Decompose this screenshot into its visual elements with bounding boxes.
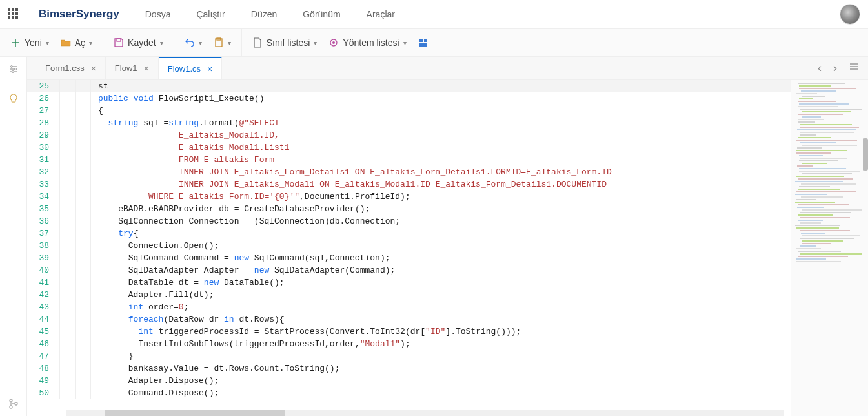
code-line[interactable]: 26public void FlowScript1_Execute() (27, 92, 791, 105)
svg-point-12 (10, 406, 12, 408)
code-line[interactable]: 48 bankasay.Value = dt.Rows.Count.ToStri… (27, 362, 791, 375)
code-content: SqlConnection Connection = (SqlConnectio… (98, 215, 791, 227)
line-number: 33 (27, 178, 59, 191)
code-line[interactable]: 39 SqlCommand Command = new SqlCommand(s… (27, 252, 791, 264)
user-avatar[interactable] (840, 4, 860, 25)
code-line[interactable]: 50 Command.Dispose(); (27, 387, 791, 399)
open-label: Aç (75, 37, 85, 48)
code-line[interactable]: 33 INNER JOIN E_altakis_Modal1 ON E_alta… (27, 178, 791, 191)
code-line[interactable]: 46 InsertIntoSubFlows(triggeredProcessId… (27, 338, 791, 350)
code-line[interactable]: 47 } (27, 350, 791, 362)
save-button[interactable]: Kaydet ▾ (112, 35, 165, 50)
code-content: int triggeredProcessId = StartProcess(Co… (98, 326, 791, 338)
minimap-scrollbar-thumb[interactable] (863, 138, 868, 171)
code-line[interactable]: 25st (27, 80, 791, 92)
chevron-down-icon: ▾ (46, 39, 49, 47)
code-line[interactable]: 40 SqlDataAdapter Adapter = new SqlDataA… (27, 264, 791, 276)
svg-rect-0 (117, 39, 121, 41)
menu-file[interactable]: Dosya (145, 9, 171, 19)
line-number: 32 (27, 166, 59, 178)
code-content: INNER JOIN E_altakis_Modal1 ON E_altakis… (98, 178, 791, 191)
line-number: 42 (27, 289, 59, 301)
open-button[interactable]: Aç ▾ (59, 35, 94, 50)
code-content: foreach(DataRow dr in dt.Rows){ (98, 313, 791, 326)
folder-open-icon (61, 37, 71, 48)
document-icon (252, 37, 263, 48)
tab-flow1[interactable]: Flow1 × (106, 57, 159, 79)
code-line[interactable]: 28 string sql =string.Format(@"SELECT (27, 117, 791, 129)
workspace: Form1.css × Flow1 × Flow1.cs × ‹ › 25st2… (0, 57, 868, 416)
line-number: 41 (27, 276, 59, 289)
code-line[interactable]: 29 E_altakis_Modal1.ID, (27, 129, 791, 141)
code-line[interactable]: 35 eBADB.eBADBProvider db = CreateDataba… (27, 203, 791, 215)
horizontal-scrollbar-thumb[interactable] (105, 410, 285, 416)
chevron-down-icon: ▾ (199, 39, 202, 47)
code-content: DataTable dt = new DataTable(); (98, 276, 791, 289)
tab-label: Form1.css (45, 63, 85, 73)
activity-bar (0, 57, 27, 416)
new-button[interactable]: Yeni ▾ (9, 35, 50, 50)
line-number: 39 (27, 252, 59, 264)
chevron-right-icon[interactable]: › (833, 61, 837, 75)
close-icon[interactable]: × (91, 63, 96, 74)
lightbulb-icon[interactable] (8, 93, 19, 105)
code-content: public void FlowScript1_Execute() (98, 92, 791, 105)
code-content: FROM E_altakis_Form (98, 154, 791, 166)
code-line[interactable]: 45 int triggeredProcessId = StartProcess… (27, 326, 791, 338)
code-line[interactable]: 38 Connection.Open(); (27, 240, 791, 252)
tab-flow1cs[interactable]: Flow1.cs × (159, 57, 222, 79)
paste-button[interactable]: ▾ (212, 35, 232, 50)
code-line[interactable]: 37 try{ (27, 227, 791, 240)
code-line[interactable]: 32 INNER JOIN E_altakis_Form_Details1 ON… (27, 166, 791, 178)
code-editor[interactable]: 25st26public void FlowScript1_Execute()2… (27, 80, 791, 416)
editor-main: Form1.css × Flow1 × Flow1.cs × ‹ › 25st2… (27, 57, 868, 416)
line-number: 43 (27, 301, 59, 313)
tab-form1css[interactable]: Form1.css × (36, 57, 106, 79)
menu-tools[interactable]: Araçlar (367, 9, 395, 19)
chevron-left-icon[interactable]: ‹ (818, 61, 822, 75)
code-line[interactable]: 44 foreach(DataRow dr in dt.Rows){ (27, 313, 791, 326)
code-line[interactable]: 34 WHERE E_altakis_Form.ID='{0}'",Docume… (27, 191, 791, 203)
layout-button[interactable] (417, 35, 430, 50)
code-content: E_altakis_Modal1.ID, (98, 129, 791, 141)
code-line[interactable]: 36 SqlConnection Connection = (SqlConnec… (27, 215, 791, 227)
apps-grid-icon[interactable] (8, 8, 19, 20)
code-content: string sql =string.Format(@"SELECT (98, 117, 791, 129)
code-content: SqlCommand Command = new SqlCommand(sql,… (98, 252, 791, 264)
line-number: 36 (27, 215, 59, 227)
line-number: 34 (27, 191, 59, 203)
line-number: 31 (27, 154, 59, 166)
editor-area[interactable]: 25st26public void FlowScript1_Execute()2… (27, 80, 868, 416)
svg-point-11 (10, 399, 12, 402)
method-list-label: Yöntem listesi (343, 37, 399, 48)
settings-icon[interactable] (8, 63, 19, 75)
svg-point-8 (10, 66, 12, 68)
save-icon (114, 37, 124, 48)
code-content: } (98, 350, 791, 362)
horizontal-scrollbar[interactable] (66, 410, 784, 416)
close-icon[interactable]: × (207, 64, 212, 74)
code-content: eBADB.eBADBProvider db = CreateDatabaseP… (98, 203, 791, 215)
minimap[interactable] (791, 80, 868, 416)
menu-edit[interactable]: Düzen (251, 9, 277, 19)
toolbar: Yeni ▾ Aç ▾ Kaydet ▾ ▾ ▾ Sınıf listesi (0, 28, 868, 57)
code-line[interactable]: 41 DataTable dt = new DataTable(); (27, 276, 791, 289)
code-line[interactable]: 43 int order=0; (27, 301, 791, 313)
code-line[interactable]: 31 FROM E_altakis_Form (27, 154, 791, 166)
code-line[interactable]: 30 E_altakis_Modal1.List1 (27, 141, 791, 154)
code-line[interactable]: 27{ (27, 105, 791, 117)
line-number: 28 (27, 117, 59, 129)
class-list-button[interactable]: Sınıf listesi ▾ (251, 35, 319, 50)
method-list-button[interactable]: Yöntem listesi ▾ (327, 35, 407, 50)
source-control-icon[interactable] (8, 398, 19, 410)
undo-button[interactable]: ▾ (183, 35, 203, 50)
menu-run[interactable]: Çalıştır (196, 9, 225, 19)
menu-view[interactable]: Görünüm (303, 9, 340, 19)
code-line[interactable]: 42 Adapter.Fill(dt); (27, 289, 791, 301)
line-number: 38 (27, 240, 59, 252)
code-content: SqlDataAdapter Adapter = new SqlDataAdap… (98, 264, 791, 276)
undo-icon (185, 37, 195, 48)
code-line[interactable]: 49 Adapter.Dispose(); (27, 375, 791, 387)
close-icon[interactable]: × (144, 63, 149, 74)
list-icon[interactable] (849, 62, 859, 74)
